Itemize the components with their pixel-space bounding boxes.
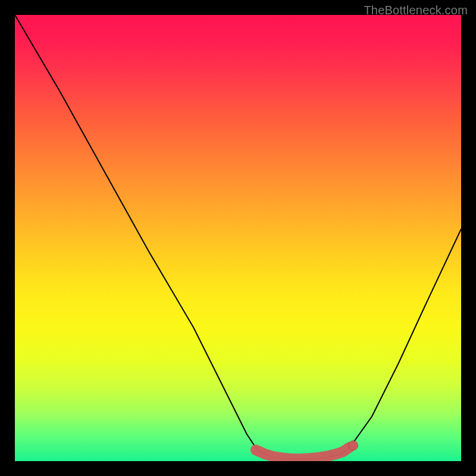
chart-stage: TheBottleneck.com [0,0,476,476]
bottleneck-curve [15,15,461,459]
valley-marker-dot [349,441,358,450]
plot-area [15,15,461,461]
chart-overlay-svg [15,15,461,461]
valley-marker-segment [256,447,350,459]
